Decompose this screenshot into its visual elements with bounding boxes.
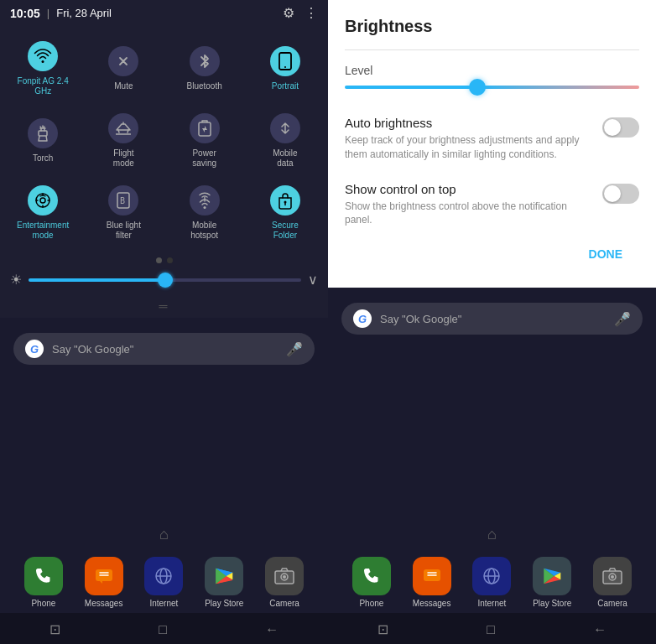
google-logo-right: G	[353, 309, 372, 328]
portrait-icon	[270, 46, 300, 76]
quick-tiles: Fonpit AG 2.4GHz Mute Bluetooth	[0, 26, 328, 251]
power-saving-label: Powersaving	[192, 148, 216, 169]
nav-recents-right[interactable]: ⊡	[377, 621, 388, 637]
playstore-label-right: Play Store	[533, 599, 571, 608]
show-control-text: Show control on top Show the brightness …	[345, 182, 602, 228]
tile-mute[interactable]: Mute	[84, 33, 163, 103]
left-panel: 10:05 | Fri, 28 April ⚙ ⋮ Fo	[0, 0, 328, 644]
status-bar: 10:05 | Fri, 28 April ⚙ ⋮	[0, 0, 328, 26]
panel-divider	[345, 49, 639, 50]
phone-label-right: Phone	[359, 599, 383, 608]
brightness-panel-title: Brightness	[345, 17, 639, 36]
google-search-bar-right[interactable]: G Say "Ok Google" 🎤	[341, 303, 643, 335]
mic-icon-right[interactable]: 🎤	[614, 311, 631, 327]
internet-label-left: Internet	[149, 599, 178, 608]
settings-icon[interactable]: ⚙	[283, 5, 294, 21]
tile-torch[interactable]: Torch	[3, 105, 82, 175]
camera-icon-left	[265, 557, 304, 595]
hotspot-icon	[190, 185, 220, 216]
camera-label-right: Camera	[597, 599, 627, 608]
drag-handle[interactable]: ═	[0, 296, 328, 318]
tile-flight[interactable]: Flightmode	[84, 105, 163, 175]
google-search-bar-left[interactable]: G Say "Ok Google" 🎤	[13, 333, 315, 365]
show-control-thumb	[604, 185, 621, 202]
nav-bar-left: ⊡ □ ←	[0, 613, 328, 644]
nav-home-left[interactable]: □	[159, 622, 167, 637]
auto-brightness-toggle[interactable]	[602, 117, 639, 138]
svg-rect-2	[39, 131, 47, 136]
tile-hotspot[interactable]: Mobilehotspot	[165, 177, 244, 247]
time: 10:05	[10, 7, 40, 20]
page-dots	[0, 251, 328, 267]
tile-wifi[interactable]: Fonpit AG 2.4GHz	[3, 33, 82, 103]
camera-icon-right	[593, 557, 632, 595]
notification-shade: 10:05 | Fri, 28 April ⚙ ⋮ Fo	[0, 0, 328, 318]
bluetooth-icon	[190, 46, 220, 76]
brightness-track	[29, 278, 165, 282]
expand-icon[interactable]: ∨	[308, 272, 318, 288]
app-phone-left[interactable]: Phone	[24, 557, 63, 608]
svg-point-18	[283, 575, 286, 579]
date: Fri, 28 April	[56, 7, 112, 19]
level-slider[interactable]	[345, 86, 639, 89]
mobile-data-icon	[270, 113, 300, 143]
more-icon[interactable]: ⋮	[305, 5, 318, 21]
tile-bluetooth[interactable]: Bluetooth	[165, 33, 244, 103]
entertainment-icon	[28, 185, 58, 216]
hotspot-label: Mobilehotspot	[190, 221, 218, 241]
messages-label-left: Messages	[85, 599, 123, 608]
portrait-label: Portrait	[272, 81, 299, 91]
app-phone-right[interactable]: Phone	[352, 557, 391, 608]
svg-text:B: B	[120, 196, 125, 205]
blue-light-label: Blue lightfilter	[107, 221, 141, 241]
show-control-title: Show control on top	[345, 182, 589, 196]
right-panel: Brightness Level Auto brightness Keep tr…	[328, 0, 656, 644]
nav-back-left[interactable]: ←	[265, 622, 279, 637]
tile-mobile-data[interactable]: Mobiledata	[246, 105, 325, 175]
secure-folder-icon	[270, 185, 300, 216]
dot-2	[167, 257, 173, 263]
home-indicator-right: ⌂	[328, 519, 656, 550]
app-dock-right: Phone Messages	[328, 550, 656, 613]
tile-blue-light[interactable]: B Blue lightfilter	[84, 177, 163, 247]
torch-icon	[28, 118, 58, 148]
bluetooth-label: Bluetooth	[186, 81, 221, 91]
playstore-label-left: Play Store	[205, 599, 243, 608]
blue-light-icon: B	[108, 185, 138, 216]
level-thumb	[469, 79, 486, 96]
playstore-icon-right	[533, 557, 571, 595]
app-camera-left[interactable]: Camera	[265, 557, 304, 608]
torch-label: Torch	[33, 153, 53, 164]
app-messages-right[interactable]: Messages	[413, 557, 451, 608]
app-messages-left[interactable]: Messages	[85, 557, 123, 608]
app-internet-right[interactable]: Internet	[472, 557, 511, 608]
phone-label-left: Phone	[31, 599, 55, 608]
show-control-toggle[interactable]	[602, 184, 639, 204]
nav-back-right[interactable]: ←	[593, 622, 607, 637]
tile-secure-folder[interactable]: SecureFolder	[246, 177, 325, 247]
svg-point-5	[40, 198, 45, 203]
home-dot-right: ⌂	[487, 526, 497, 543]
flight-label: Flightmode	[113, 148, 134, 169]
tile-entertainment[interactable]: Entertainmentmode	[3, 177, 82, 247]
brightness-settings-panel: Brightness Level Auto brightness Keep tr…	[328, 0, 656, 288]
brightness-slider[interactable]	[29, 278, 301, 282]
tile-portrait[interactable]: Portrait	[246, 33, 325, 103]
search-placeholder-left: Say "Ok Google"	[52, 343, 278, 356]
app-internet-left[interactable]: Internet	[144, 557, 183, 608]
messages-label-right: Messages	[413, 599, 451, 608]
mic-icon-left[interactable]: 🎤	[286, 341, 303, 357]
app-playstore-left[interactable]: Play Store	[205, 557, 243, 608]
svg-point-28	[611, 575, 614, 579]
done-button[interactable]: DONE	[345, 237, 639, 274]
phone-icon-right	[352, 557, 391, 595]
app-playstore-right[interactable]: Play Store	[533, 557, 571, 608]
level-label: Level	[345, 64, 639, 77]
tile-power-saving[interactable]: Powersaving	[165, 105, 244, 175]
app-camera-right[interactable]: Camera	[593, 557, 632, 608]
power-saving-icon	[190, 113, 220, 143]
nav-recents-left[interactable]: ⊡	[49, 621, 60, 637]
wifi-icon	[28, 41, 58, 71]
nav-home-right[interactable]: □	[487, 622, 495, 637]
entertainment-label: Entertainmentmode	[17, 221, 69, 241]
